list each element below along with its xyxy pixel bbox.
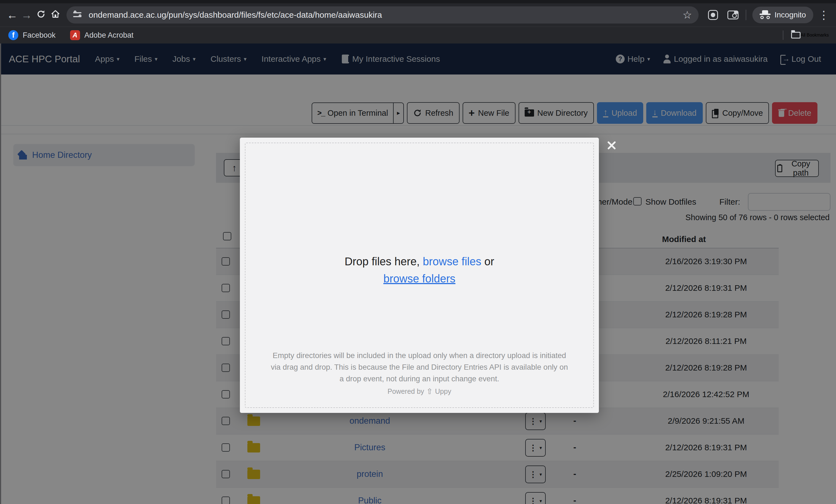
bookmarks-separator <box>783 31 783 40</box>
all-bookmarks[interactable]: All Bookmarks <box>775 31 829 40</box>
home-icon[interactable] <box>48 9 63 21</box>
side-panel-icon[interactable] <box>727 11 739 19</box>
uppy-label[interactable]: Uppy <box>435 387 451 395</box>
note-line: a drop event, not during an input change… <box>340 374 499 383</box>
incognito-label: Incognito <box>775 11 806 19</box>
folder-icon <box>791 32 800 38</box>
browse-folders-link[interactable]: browse folders <box>383 272 455 285</box>
reload-icon[interactable] <box>34 9 48 21</box>
uppy-logo-icon: ⇧ <box>426 387 433 396</box>
incognito-badge: Incognito <box>752 7 813 23</box>
note-line: Empty directories will be included in th… <box>272 351 566 360</box>
facebook-icon: f <box>8 30 18 40</box>
bookmark-star-icon[interactable]: ☆ <box>683 9 692 21</box>
powered-by-uppy: Powered by ⇧Uppy <box>240 387 599 396</box>
adobe-acrobat-icon: A <box>70 30 80 40</box>
forward-icon[interactable]: → <box>19 9 34 21</box>
upload-modal: Drop files here, browse files or browse … <box>240 138 599 413</box>
close-modal-icon[interactable] <box>606 139 618 152</box>
drop-instruction-line2: browse folders <box>240 272 599 285</box>
reload-glyph <box>36 9 46 19</box>
back-icon[interactable]: ← <box>5 9 19 21</box>
all-bookmarks-label: All Bookmarks <box>800 33 829 38</box>
chrome-menu-icon[interactable]: ⋮ <box>818 8 829 21</box>
chrome-separator <box>746 10 746 20</box>
browser-toolbar: ← → ondemand.ace.ac.ug/pun/sys/dashboard… <box>0 3 836 26</box>
tab-strip <box>0 0 836 3</box>
drop-instruction-line1: Drop files here, browse files or <box>240 255 599 268</box>
browser-chrome: ← → ondemand.ace.ac.ug/pun/sys/dashboard… <box>0 0 836 43</box>
site-settings-icon[interactable] <box>73 10 82 20</box>
note-line: via drag and drop. This is because the F… <box>271 363 568 371</box>
incognito-icon <box>760 10 771 20</box>
browse-files-link[interactable]: browse files <box>423 255 481 268</box>
powered-by-label: Powered by <box>387 387 424 395</box>
bookmarks-bar: f Facebook A Adobe Acrobat All Bookmarks <box>0 26 836 43</box>
bookmark-label: Facebook <box>23 31 56 40</box>
url-text[interactable]: ondemand.ace.ac.ug/pun/sys/dashboard/fil… <box>89 10 677 20</box>
bookmark-label: Adobe Acrobat <box>84 31 134 40</box>
upload-note: Empty directories will be included in th… <box>262 350 577 385</box>
address-bar[interactable]: ondemand.ace.ac.ug/pun/sys/dashboard/fil… <box>66 6 699 23</box>
drop-suffix-text: or <box>481 255 494 268</box>
bookmark-facebook[interactable]: f Facebook <box>8 30 56 40</box>
google-lens-icon[interactable] <box>708 10 718 20</box>
home-glyph <box>51 9 60 19</box>
page-viewport: ACE HPC Portal Apps▾ Files▾ Jobs▾ Cluste… <box>0 43 836 504</box>
bookmark-adobe-acrobat[interactable]: A Adobe Acrobat <box>70 30 134 40</box>
drop-prefix-text: Drop files here, <box>345 255 423 268</box>
